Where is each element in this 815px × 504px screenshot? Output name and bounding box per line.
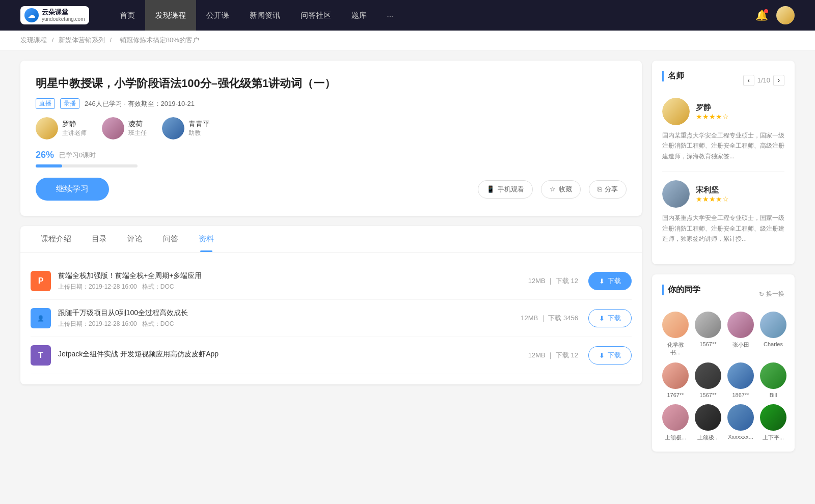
nav-item-more[interactable]: ···: [377, 0, 404, 31]
teacher-name-0: 罗静: [62, 120, 87, 129]
sidebar-teacher-name-0: 罗静: [696, 103, 729, 113]
classmate-name-1: 1567**: [699, 341, 716, 347]
sidebar-teacher-1: 宋利坚 ★★★★☆ 国内某重点大学安全工程专业硕士，国家一级注册消防工程师、注册…: [662, 180, 784, 244]
classmate-avatar-7: [760, 362, 786, 389]
refresh-icon: ↻: [759, 291, 764, 298]
sidebar-teacher-name-1: 宋利坚: [696, 185, 729, 195]
teacher-item-2: 青青平 助教: [162, 117, 210, 139]
tabs-header: 课程介绍 目录 评论 问答 资料: [20, 226, 642, 253]
teacher-avatar-2: [162, 117, 184, 139]
star-icon: ☆: [550, 185, 556, 193]
download-button-1[interactable]: ⬇ 下载: [588, 309, 632, 327]
teacher-role-1: 班主任: [128, 129, 147, 137]
logo-area: ☁ 云朵课堂 yundouketang.com: [20, 6, 89, 24]
resource-info-2: Jetpack全组件实战 开发短视频应用高仿皮皮虾App: [58, 350, 528, 361]
nav-item-news[interactable]: 新闻资讯: [239, 0, 290, 31]
tab-review[interactable]: 评论: [117, 226, 153, 252]
classmate-item-7: Bill: [760, 362, 786, 398]
teacher-role-2: 助教: [188, 129, 210, 137]
refresh-classmates-button[interactable]: ↻ 换一换: [759, 290, 784, 298]
resource-item-2: T Jetpack全组件实战 开发短视频应用高仿皮皮虾App 12MB ｜ 下载…: [31, 337, 632, 374]
notification-dot: [764, 9, 768, 13]
tab-qa[interactable]: 问答: [153, 226, 188, 252]
teachers-sidebar-title: 名师: [662, 71, 684, 81]
progress-percent: 26%: [36, 150, 54, 160]
classmate-avatar-0: [662, 312, 689, 338]
classmates-sidebar-title: 你的同学: [662, 285, 700, 295]
share-button[interactable]: ⎘ 分享: [589, 180, 627, 199]
classmate-avatar-11: [760, 404, 786, 431]
teacher-name-2: 青青平: [188, 120, 210, 129]
course-card: 明星中教授课，小学阶段语法100分–强化级第1讲动词（一） 直播 录播 246人…: [20, 61, 642, 216]
share-icon: ⎘: [597, 185, 602, 193]
download-button-2[interactable]: ⬇ 下载: [588, 346, 632, 365]
classmate-avatar-10: [727, 404, 754, 431]
user-avatar-nav[interactable]: [776, 6, 795, 24]
collect-button[interactable]: ☆ 收藏: [541, 180, 581, 199]
breadcrumb-sep-2: /: [110, 36, 113, 44]
teachers-prev-button[interactable]: ‹: [743, 75, 754, 86]
classmate-avatar-5: [695, 362, 721, 389]
teachers-next-button[interactable]: ›: [773, 75, 784, 86]
teacher-item-0: 罗静 主讲老师: [36, 117, 87, 139]
logo-icon: ☁: [24, 8, 39, 22]
teacher-divider: [662, 172, 784, 172]
nav-item-public[interactable]: 公开课: [196, 0, 239, 31]
breadcrumb-link-1[interactable]: 发现课程: [20, 36, 47, 44]
resource-icon-1: 👤: [31, 308, 51, 328]
classmate-avatar-8: [662, 404, 689, 431]
teacher-item-1: 凌荷 班主任: [102, 117, 147, 139]
download-icon-0: ⬇: [599, 277, 605, 285]
course-title: 明星中教授课，小学阶段语法100分–强化级第1讲动词（一）: [36, 76, 627, 91]
sidebar-teacher-header-1: 宋利坚 ★★★★☆: [662, 180, 784, 208]
classmates-grid: 化学教书... 1567** 张小田 Charles 1767**: [662, 312, 784, 441]
teacher-info-0: 罗静 主讲老师: [62, 120, 87, 137]
classmate-name-3: Charles: [764, 341, 783, 347]
resource-icon-0: P: [31, 271, 51, 291]
teachers-sidebar-header: 名师 ‹ 1/10 ›: [662, 71, 784, 90]
classmate-item-0: 化学教书...: [662, 312, 689, 356]
progress-label: 已学习0课时: [59, 151, 96, 160]
bell-icon[interactable]: 🔔: [755, 9, 768, 21]
classmate-name-7: Bill: [770, 392, 777, 398]
classmate-item-3: Charles: [760, 312, 786, 356]
classmate-item-6: 1867**: [727, 362, 754, 398]
breadcrumb: 发现课程 / 新媒体营销系列 / 销冠修炼术搞定80%的客户: [0, 31, 815, 50]
sidebar: 名师 ‹ 1/10 › 罗静 ★★★★☆ 国内某重点大学安全: [652, 61, 795, 462]
tab-catalog[interactable]: 目录: [82, 226, 117, 252]
breadcrumb-link-2[interactable]: 新媒体营销系列: [59, 36, 105, 44]
course-tags: 直播 录播 246人已学习 · 有效期至：2019-10-21: [36, 98, 627, 109]
classmate-item-9: 上颌极...: [695, 404, 721, 441]
main-layout: 明星中教授课，小学阶段语法100分–强化级第1讲动词（一） 直播 录播 246人…: [0, 50, 815, 472]
classmate-name-9: 上颌极...: [697, 434, 719, 441]
nav-item-discover[interactable]: 发现课程: [145, 0, 196, 31]
nav-item-qa[interactable]: 问答社区: [290, 0, 341, 31]
mobile-icon: 📱: [486, 185, 495, 193]
resource-meta-1: 上传日期：2019-12-28 16:00 格式：DOC: [58, 320, 521, 328]
classmate-avatar-1: [695, 312, 721, 338]
resource-icon-2: T: [31, 345, 51, 366]
classmate-name-10: Xxxxxxx...: [728, 434, 753, 440]
classmates-sidebar-header: 你的同学 ↻ 换一换: [662, 285, 784, 303]
resource-stats-0: 12MB ｜ 下载 12: [528, 276, 578, 286]
nav-item-quiz[interactable]: 题库: [341, 0, 377, 31]
user-avatar-img: [776, 6, 795, 24]
nav-items: 首页 发现课程 公开课 新闻资讯 问答社区 题库 ···: [110, 0, 755, 31]
teacher-name-1: 凌荷: [128, 120, 147, 129]
classmate-item-4: 1767**: [662, 362, 689, 398]
resource-stats-2: 12MB ｜ 下载 12: [528, 351, 578, 360]
classmate-item-10: Xxxxxxx...: [727, 404, 754, 441]
teachers-sidebar-card: 名师 ‹ 1/10 › 罗静 ★★★★☆ 国内某重点大学安全: [652, 61, 795, 264]
sidebar-teacher-avatar-1: [662, 180, 690, 208]
download-button-0[interactable]: ⬇ 下载: [588, 272, 632, 290]
nav-item-home[interactable]: 首页: [110, 0, 145, 31]
resource-meta-0: 上传日期：2019-12-28 16:00 格式：DOC: [58, 283, 528, 291]
teacher-avatar-img-0: [36, 117, 58, 139]
teacher-avatar-0: [36, 117, 58, 139]
tab-resources[interactable]: 资料: [188, 226, 224, 252]
classmate-avatar-4: [662, 362, 689, 389]
tab-intro[interactable]: 课程介绍: [31, 226, 82, 252]
continue-learning-button[interactable]: 继续学习: [36, 178, 109, 201]
mobile-watch-button[interactable]: 📱 手机观看: [478, 180, 533, 199]
resource-item-0: P 前端全栈加强版！前端全栈+全周期+多端应用 上传日期：2019-12-28 …: [31, 263, 632, 300]
